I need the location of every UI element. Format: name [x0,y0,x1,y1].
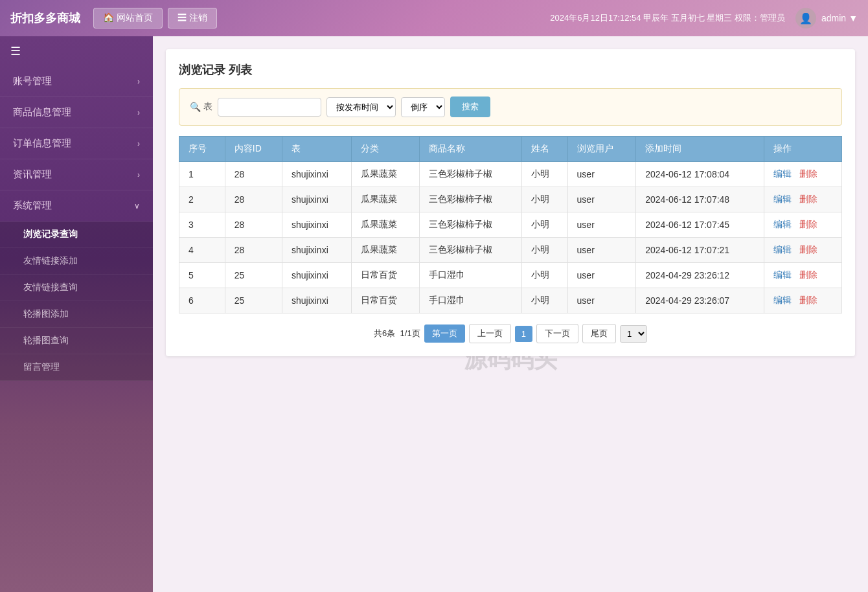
prev-page-button[interactable]: 上一页 [469,324,511,343]
cell-name: 小明 [521,288,567,313]
sidebar-label-product: 商品信息管理 [13,106,71,119]
main-content: SSM在线折扣多多折扣商城含后台 管理员角色-浏览记录管理功能 https://… [153,36,868,592]
sidebar-label-news: 资讯管理 [13,168,52,181]
cell-table: shujixinxi [282,288,351,313]
sidebar-item-friend-link-add[interactable]: 友情链接添加 [0,248,153,275]
sidebar-item-product[interactable]: 商品信息管理 › [0,97,153,128]
edit-button[interactable]: 编辑 [773,295,792,306]
cell-browse-user: user [567,162,636,187]
cell-operation: 编辑 删除 [764,263,841,288]
sidebar-item-order[interactable]: 订单信息管理 › [0,128,153,159]
cell-product-name: 手口湿巾 [420,288,522,313]
sidebar-item-account[interactable]: 账号管理 › [0,66,153,97]
cell-table: shujixinxi [282,263,351,288]
home-button[interactable]: 🏠 网站首页 [93,8,163,28]
col-operation: 操作 [764,137,841,162]
delete-button[interactable]: 删除 [799,168,817,180]
edit-button[interactable]: 编辑 [773,244,792,256]
cell-content-id: 25 [225,263,282,288]
search-label: 🔍 表 [190,101,212,113]
cell-name: 小明 [521,212,567,238]
sort-select[interactable]: 按发布时间 按名称 按ID [326,97,396,117]
search-icon: 🔍 [190,102,201,112]
sidebar-item-carousel-query[interactable]: 轮播图查询 [0,328,153,354]
cell-product-name: 三色彩椒柿子椒 [420,187,522,212]
cell-browse-user: user [567,263,636,288]
next-page-button[interactable]: 下一页 [536,324,578,343]
cell-product-name: 三色彩椒柿子椒 [420,162,522,187]
username-label: admin [821,13,846,23]
col-add-time: 添加时间 [636,137,764,162]
logout-icon: ☰ [177,12,187,23]
cell-table: shujixinxi [282,187,351,212]
sidebar-item-browse-query[interactable]: 浏览记录查询 [0,222,153,248]
cell-content-id: 28 [225,238,282,263]
delete-button[interactable]: 删除 [799,219,817,231]
cell-seq: 2 [179,187,225,212]
sidebar-item-news[interactable]: 资讯管理 › [0,159,153,190]
sidebar-submenu-system: 浏览记录查询 友情链接添加 友情链接查询 轮播图添加 轮播图查询 留言管理 [0,222,153,381]
col-name: 姓名 [521,137,567,162]
cell-name: 小明 [521,263,567,288]
current-page-indicator: 1 [515,326,532,342]
search-button[interactable]: 搜索 [450,97,490,117]
delete-button[interactable]: 删除 [799,295,817,306]
cell-browse-user: user [567,238,636,263]
sidebar-label-order: 订单信息管理 [13,137,71,150]
delete-button[interactable]: 删除 [799,194,817,205]
sidebar-item-system[interactable]: 系统管理 ∨ [0,190,153,222]
sidebar-item-friend-link-query[interactable]: 友情链接查询 [0,275,153,301]
col-product-name: 商品名称 [420,137,522,162]
pagination-info: 共6条 1/1页 [374,328,420,339]
cell-add-time: 2024-06-12 17:07:45 [636,212,764,238]
chevron-right-icon: › [137,108,140,117]
table-row: 1 28 shujixinxi 瓜果蔬菜 三色彩椒柿子椒 小明 user 202… [179,162,842,187]
cell-category: 瓜果蔬菜 [351,162,420,187]
sidebar-item-carousel-add[interactable]: 轮播图添加 [0,301,153,328]
cell-category: 日常百货 [351,288,420,313]
cell-name: 小明 [521,162,567,187]
cell-add-time: 2024-06-12 17:08:04 [636,162,764,187]
col-table: 表 [282,137,351,162]
table-row: 4 28 shujixinxi 瓜果蔬菜 三色彩椒柿子椒 小明 user 202… [179,238,842,263]
cell-content-id: 28 [225,162,282,187]
cell-product-name: 三色彩椒柿子椒 [420,212,522,238]
bottom-area [166,369,855,499]
home-icon: 🏠 [103,12,114,23]
edit-button[interactable]: 编辑 [773,219,792,231]
cell-browse-user: user [567,187,636,212]
first-page-button[interactable]: 第一页 [424,324,465,343]
cell-add-time: 2024-04-29 23:26:12 [636,263,764,288]
cell-add-time: 2024-04-29 23:26:07 [636,288,764,313]
delete-button[interactable]: 删除 [799,244,817,256]
table-row: 3 28 shujixinxi 瓜果蔬菜 三色彩椒柿子椒 小明 user 202… [179,212,842,238]
cell-operation: 编辑 删除 [764,162,841,187]
cell-seq: 3 [179,212,225,238]
logout-button[interactable]: ☰ 注销 [168,8,217,28]
cell-content-id: 25 [225,288,282,313]
cell-seq: 4 [179,238,225,263]
cell-browse-user: user [567,288,636,313]
edit-button[interactable]: 编辑 [773,194,792,205]
avatar: 👤 [795,8,816,28]
menu-toggle[interactable]: ☰ [0,36,153,66]
search-bar: 🔍 表 按发布时间 按名称 按ID 倒序 正序 搜索 [179,88,842,126]
search-input[interactable] [218,98,321,117]
chevron-right-icon: › [137,139,140,148]
edit-button[interactable]: 编辑 [773,269,792,281]
delete-button[interactable]: 删除 [799,269,817,281]
layout: ☰ 账号管理 › 商品信息管理 › 订单信息管理 › 资讯管理 › 系统管理 ∨… [0,36,868,592]
cell-add-time: 2024-06-12 17:07:21 [636,238,764,263]
user-dropdown-icon[interactable]: ▼ [849,13,858,23]
cell-name: 小明 [521,187,567,212]
cell-operation: 编辑 删除 [764,238,841,263]
last-page-button[interactable]: 尾页 [582,324,616,343]
sidebar-item-comment-manage[interactable]: 留言管理 [0,354,153,381]
col-category: 分类 [351,137,420,162]
cell-add-time: 2024-06-12 17:07:48 [636,187,764,212]
page-select[interactable]: 1 [620,325,647,343]
table-row: 6 25 shujixinxi 日常百货 手口湿巾 小明 user 2024-0… [179,288,842,313]
edit-button[interactable]: 编辑 [773,168,792,180]
order-select[interactable]: 倒序 正序 [401,97,445,117]
cell-product-name: 手口湿巾 [420,263,522,288]
